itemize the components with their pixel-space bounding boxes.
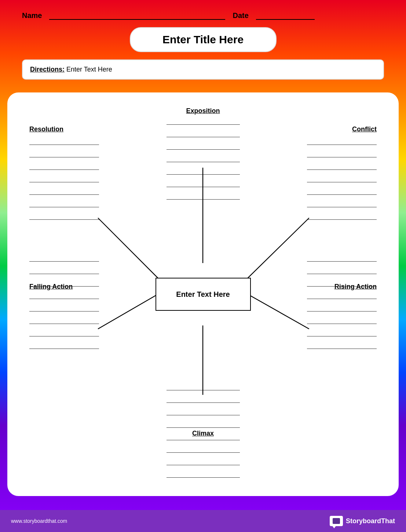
svg-line-4: [248, 294, 309, 329]
title-box[interactable]: Enter Title Here: [130, 27, 277, 52]
footer: www.storyboardthat.com StoryboardThat: [0, 510, 406, 532]
spider-container: Exposition Resolution: [18, 103, 388, 485]
center-box[interactable]: Enter Text Here: [156, 278, 251, 311]
center-text: Enter Text Here: [176, 290, 230, 299]
footer-logo: StoryboardThat: [330, 516, 395, 526]
svg-line-1: [98, 218, 158, 278]
header: Name Date Enter Title Here Directions: E…: [0, 0, 406, 87]
directions-box[interactable]: Directions: Enter Text Here: [22, 59, 384, 80]
name-date-row: Name Date: [22, 11, 384, 20]
svg-line-2: [248, 218, 309, 278]
date-label: Date: [233, 11, 248, 20]
svg-line-3: [98, 294, 158, 329]
brand-name: StoryboardThat: [346, 517, 395, 525]
main-content: Exposition Resolution: [7, 92, 399, 496]
name-input-line[interactable]: [49, 11, 225, 20]
page-wrapper: Name Date Enter Title Here Directions: E…: [0, 0, 406, 532]
date-input-line[interactable]: [256, 11, 315, 20]
directions-text: Enter Text Here: [65, 66, 112, 73]
footer-url: www.storyboardthat.com: [11, 518, 67, 524]
directions-label: Directions:: [30, 66, 65, 73]
name-label: Name: [22, 11, 42, 20]
logo-icon-inner: [333, 518, 340, 524]
logo-icon: [330, 516, 343, 526]
title-text: Enter Title Here: [162, 33, 244, 45]
